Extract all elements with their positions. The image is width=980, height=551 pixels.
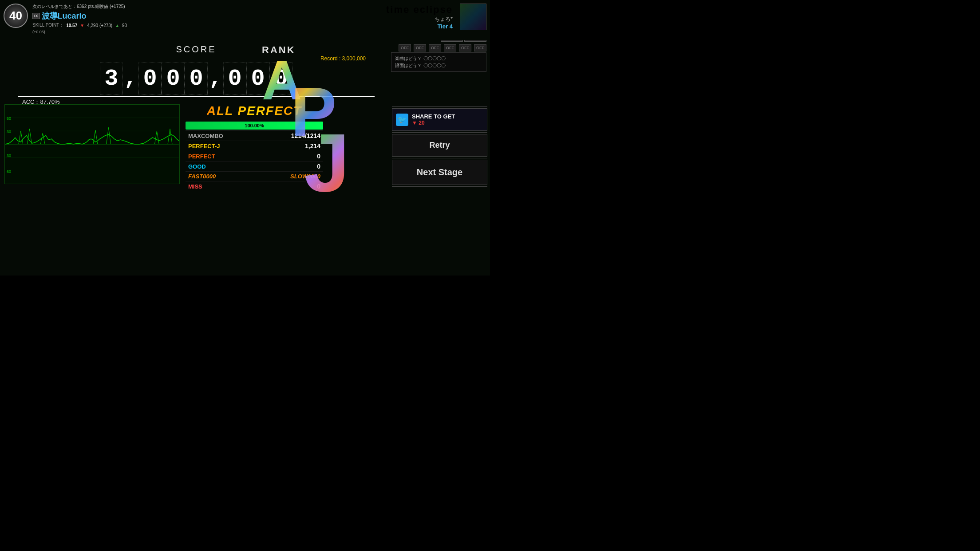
record-text: Record : 3,000,000 (4, 55, 366, 62)
chart-rating-row: 譜面はどう？ 〇〇〇〇〇 (395, 63, 482, 69)
value-maxcombo: 1214/1214 (291, 132, 320, 139)
level-circle: 40 (4, 4, 28, 28)
digit-0c: 0 (185, 63, 208, 94)
share-main-text: SHARE TO GET (412, 113, 455, 120)
label-perfectj: PERFECT-J (188, 143, 220, 150)
value-perfect: 0 (317, 153, 320, 160)
result-row-perfectj: PERFECT-J 1,214 (186, 141, 323, 151)
arrow-down-icon: ▼ (80, 23, 84, 28)
off-buttons-row[interactable]: OFF OFF OFF OFF OFF OFF (399, 44, 486, 51)
chart-circles: 〇〇〇〇〇 (423, 63, 446, 69)
player-info-panel: 40 次のレベルまであと：6362 pts.経験値 (+1725) IX 波導L… (4, 4, 127, 34)
skill-sub: (+0.05) (32, 30, 127, 34)
digit-3: 3 (100, 63, 123, 94)
label-slow: SLOW0000 (290, 173, 320, 180)
result-row-miss: MISS 0 (186, 181, 323, 191)
score-area: SCORE Record : 3,000,000 3 , 0 0 0 , 0 0… (4, 44, 388, 106)
score-divider (18, 96, 375, 97)
song-thumbnail (460, 4, 486, 30)
toggle-btn-5[interactable]: OFF (459, 44, 471, 51)
share-sub-text: ▼ 20 (412, 120, 425, 126)
value-perfectj: 1,214 (305, 142, 320, 150)
music-rating-label: 楽曲はどう？ (395, 55, 422, 62)
chart-svg (5, 105, 179, 184)
toggle-btn-6[interactable]: OFF (474, 44, 486, 51)
level-progress: 次のレベルまであと：6362 pts.経験値 (+1725) (32, 4, 127, 10)
chart-label-60b: 60 (7, 169, 11, 174)
song-artist: ちょろ* (386, 16, 453, 23)
chart-label-30a: 30 (7, 130, 11, 134)
all-perfect-banner: ALL PERFECT (186, 101, 323, 121)
label-good: GOOD (188, 163, 206, 170)
value-good: 0 (317, 163, 320, 170)
digit-0f: 0 (269, 63, 292, 94)
comma-1: , (123, 63, 138, 94)
toggle-btn-4[interactable]: OFF (444, 44, 456, 51)
share-text: SHARE TO GET ▼ 20 (412, 113, 455, 126)
next-stage-label: Next Stage (417, 167, 462, 177)
toggle-row (441, 40, 486, 42)
player-name: 波導Lucario (42, 11, 87, 21)
twitter-icon: 🐦 (396, 114, 408, 126)
music-rating-row: 楽曲はどう？ 〇〇〇〇〇 (395, 55, 482, 62)
separator-top (392, 106, 487, 107)
digit-0d: 0 (223, 63, 246, 94)
rating-section: 楽曲はどう？ 〇〇〇〇〇 譜面はどう？ 〇〇〇〇〇 (391, 52, 486, 72)
value-miss: 0 (317, 183, 320, 190)
label-maxcombo: MAXCOMBO (188, 133, 223, 139)
music-circles: 〇〇〇〇〇 (423, 55, 446, 62)
player-name-row: IX 波導Lucario (32, 11, 127, 21)
skill-value: 10.57 (66, 23, 77, 28)
arrow-up-icon: ▲ (115, 23, 119, 28)
toggle-btn-2[interactable]: OFF (414, 44, 426, 51)
stat2: 90 (122, 23, 127, 28)
digit-0a: 0 (138, 63, 162, 94)
chart-area: 60 30 30 60 (4, 104, 180, 184)
toggle-btn-1[interactable]: OFF (399, 44, 411, 51)
all-perfect-text: ALL PERFECT (207, 104, 302, 118)
retry-button[interactable]: Retry (392, 134, 487, 157)
chart-label-30b: 30 (7, 153, 11, 158)
progress-bar-container: 100.00% (186, 122, 323, 130)
comma-2: , (208, 63, 223, 94)
separator-mid1 (392, 132, 487, 133)
skill-row: SKILL POINT： 10.57 ▼ 4,290 (+273) ▲ 90 (32, 22, 127, 28)
progress-bar-fill: 100.00% (186, 122, 323, 130)
label-miss: MISS (188, 183, 202, 190)
song-text: time eclipse ちょろ* Tier 4 (386, 4, 453, 30)
digit-0b: 0 (162, 63, 185, 94)
next-stage-button[interactable]: Next Stage (392, 160, 487, 185)
chart-rating-label: 譜面はどう？ (395, 63, 422, 69)
result-row-maxcombo: MAXCOMBO 1214/1214 (186, 130, 323, 141)
score-label: SCORE (4, 44, 388, 55)
label-fast: FAST0000 (188, 173, 216, 180)
song-info-panel: time eclipse ちょろ* Tier 4 (386, 4, 486, 30)
label-perfect: PERFECT (188, 153, 215, 160)
separator-bot (392, 186, 487, 187)
stat1: 4,290 (+273) (87, 23, 112, 28)
skill-label: SKILL POINT： (32, 22, 63, 28)
result-row-good: GOOD 0 (186, 161, 323, 171)
separator-mid2 (392, 158, 487, 158)
player-details: 次のレベルまであと：6362 pts.経験値 (+1725) IX 波導Luca… (32, 4, 127, 34)
rank-badge: IX (32, 13, 40, 19)
chart-label-60a: 60 (7, 116, 11, 121)
song-title: time eclipse (386, 4, 453, 16)
song-tier: Tier 4 (386, 23, 453, 30)
toggle-btn-3[interactable]: OFF (429, 44, 441, 51)
retry-label: Retry (429, 141, 450, 150)
action-panel: 🐦 SHARE TO GET ▼ 20 Retry Next Stage (392, 106, 487, 187)
result-row-fastslow: FAST0000 SLOW0000 (186, 171, 323, 181)
score-display: 3 , 0 0 0 , 0 0 0 (4, 63, 388, 94)
level-number: 40 (9, 9, 22, 23)
progress-text: 100.00% (245, 123, 264, 128)
results-panel: ALL PERFECT 100.00% MAXCOMBO 1214/1214 P… (186, 101, 323, 191)
digit-0e: 0 (246, 63, 269, 94)
result-row-perfect: PERFECT 0 (186, 151, 323, 161)
share-button[interactable]: 🐦 SHARE TO GET ▼ 20 (392, 108, 487, 131)
